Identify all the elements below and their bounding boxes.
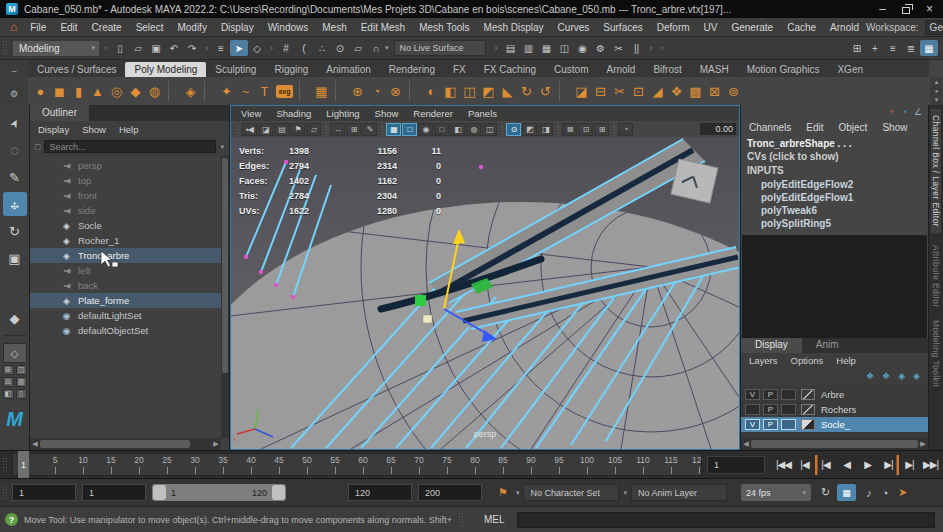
range-slider[interactable]: 1 120 — [152, 484, 286, 501]
menu-item[interactable]: Cache — [780, 22, 823, 33]
move-layer-down-icon[interactable]: ❖ — [882, 371, 890, 381]
menu-item[interactable]: Deform — [650, 22, 697, 33]
playblast-icon[interactable]: ➤ — [898, 486, 907, 499]
paint-select-tool[interactable]: ✎ — [3, 165, 27, 189]
rotate-ccw-icon[interactable]: ↺ — [536, 79, 555, 103]
anti-alias-icon[interactable]: ⊡ — [578, 123, 593, 136]
scrollbar-thumb[interactable] — [751, 440, 918, 448]
layer-display-toggle[interactable] — [781, 389, 796, 400]
speed-gauge-icon[interactable]: ◔ — [901, 107, 906, 117]
channel-box-menu-item[interactable]: Edit — [806, 122, 823, 133]
range-end-handle[interactable] — [272, 485, 285, 500]
viewport-menu-item[interactable]: Panels — [468, 108, 497, 119]
menu-item[interactable]: Surfaces — [596, 22, 649, 33]
grid-highlight-icon[interactable]: ▦ — [920, 40, 938, 56]
animation-end-field[interactable]: 200 — [418, 484, 482, 501]
current-frame-marker[interactable]: 1 — [18, 451, 29, 478]
menu-item[interactable]: Edit — [53, 22, 84, 33]
outliner-hscrollbar[interactable]: ◀ ▶ — [30, 438, 221, 450]
sweep-mesh-icon[interactable]: ✦ — [217, 79, 236, 103]
outliner-item[interactable]: defaultObjectSet — [30, 323, 221, 338]
filter-icon[interactable] — [35, 142, 40, 152]
outliner-item[interactable]: Tronc_arbre — [30, 248, 221, 263]
layer-color-swatch[interactable] — [801, 404, 815, 415]
lock-camera-icon[interactable]: ◪ — [258, 123, 273, 136]
outliner-tab[interactable]: Outliner — [30, 105, 89, 121]
layer-hscrollbar[interactable]: ◀ ▶ — [741, 438, 928, 450]
character-icon[interactable]: + — [866, 40, 884, 56]
live-surface-field[interactable]: No Live Surface — [394, 40, 486, 56]
spin-edge-icon[interactable]: ❖ — [667, 79, 686, 103]
four-pane-layout[interactable]: ⊞ — [3, 365, 14, 375]
bookmark-key-icon[interactable]: ⚑ — [498, 486, 508, 499]
layer-row[interactable]: P Rochers — [741, 402, 928, 417]
shape-node-name[interactable]: Tronc_arbreShape . . . — [741, 135, 928, 151]
textured-icon[interactable]: ◉ — [418, 123, 433, 136]
layer-color-swatch[interactable] — [801, 389, 815, 400]
render-frame-icon[interactable]: ▥ — [520, 40, 538, 56]
render-view-icon[interactable]: ▤ — [502, 40, 520, 56]
menu-item[interactable]: Mesh — [315, 22, 353, 33]
scroll-left-icon[interactable]: ◀ — [741, 440, 751, 448]
rotate-cw-icon[interactable]: ↻ — [517, 79, 536, 103]
shelf-tab[interactable]: XGen — [828, 62, 872, 77]
make-live-icon[interactable]: ∩ — [367, 40, 385, 56]
persp-outliner-layout[interactable]: ◫ — [16, 365, 27, 375]
timeline-ruler[interactable]: 5101520253035404550556065707580859095100… — [12, 453, 702, 476]
layer-playback-toggle[interactable]: P — [763, 419, 778, 430]
move-layer-up-icon[interactable]: ❖ — [866, 371, 874, 381]
move-tool[interactable]: ↔ ↕ — [3, 192, 27, 216]
origin-icon[interactable]: ⊗ — [386, 79, 405, 103]
cvs-row[interactable]: CVs (click to show) — [741, 151, 928, 165]
shelf-separator[interactable] — [168, 81, 177, 101]
animation-start-field[interactable]: 1 — [12, 484, 76, 501]
channel-box-menu-item[interactable]: Object — [839, 122, 868, 133]
scroll-down-icon[interactable]: ▼ — [934, 97, 940, 103]
exposure-icon[interactable]: ◔ — [618, 123, 633, 136]
outliner-item[interactable]: front — [30, 188, 221, 203]
menu-item[interactable]: Generate — [724, 22, 780, 33]
new-layer-icon[interactable]: ◈ — [913, 371, 920, 381]
crease-icon[interactable]: ◢ — [648, 79, 667, 103]
step-back-key-button[interactable]: |◀ — [815, 455, 836, 475]
camera-attributes-icon[interactable]: ▤ — [274, 123, 289, 136]
outliner-vscrollbar[interactable] — [221, 156, 229, 438]
render-settings-icon[interactable]: ⚙ — [592, 40, 610, 56]
open-scene-icon[interactable]: ▱ — [129, 40, 147, 56]
help-icon[interactable] — [5, 513, 18, 526]
pause-viewport-icon[interactable]: || — [628, 40, 646, 56]
outliner-item[interactable]: persp — [30, 158, 221, 173]
shelf-separator[interactable] — [299, 81, 308, 101]
section-chevron-icon[interactable]: › — [266, 40, 277, 56]
bookmark-icon[interactable]: ⚑ — [290, 123, 305, 136]
menu-item[interactable]: Curves — [551, 22, 597, 33]
boolean-icon[interactable]: ◧ — [441, 79, 460, 103]
collapse-shelf-button[interactable]: – — [11, 66, 16, 76]
close-button[interactable]: × — [926, 3, 933, 15]
outliner-item[interactable]: Plate_forme — [30, 293, 221, 308]
shelf-tab[interactable]: Arnold — [597, 62, 644, 77]
character-set-selector[interactable]: No Character Set — [523, 484, 619, 501]
panel-grip[interactable]: ⋮ — [554, 123, 561, 136]
input-node[interactable]: polyEditEdgeFlow2 — [741, 179, 928, 192]
chevron-down-icon[interactable] — [516, 489, 520, 497]
range-start-handle[interactable] — [153, 485, 166, 500]
layer-playback-toggle[interactable]: P — [763, 404, 778, 415]
last-tool[interactable]: ◆ — [3, 306, 27, 330]
playback-end-field[interactable]: 120 — [348, 484, 412, 501]
rotate-tool[interactable]: ↻ — [3, 219, 27, 243]
graph-icon[interactable]: ∠ — [914, 107, 922, 117]
layer-editor-menu-item[interactable]: Help — [836, 355, 856, 366]
workspace-selector[interactable]: General* — [925, 20, 943, 35]
panel-grip[interactable]: ⋮ — [378, 123, 385, 136]
two-pane-layout[interactable]: ◧ — [3, 389, 14, 399]
home-icon[interactable] — [10, 20, 17, 34]
mute-icon[interactable]: ♪ — [866, 487, 872, 499]
shadows-icon[interactable]: ◧ — [450, 123, 465, 136]
shelf-separator[interactable] — [559, 81, 568, 101]
ambient-occlusion-icon[interactable]: ◍ — [466, 123, 481, 136]
menu-item[interactable]: Create — [85, 22, 129, 33]
menu-item[interactable]: Display — [214, 22, 261, 33]
snap-curve-icon[interactable]: ( — [295, 40, 313, 56]
snap-grid-icon[interactable]: # — [277, 40, 295, 56]
